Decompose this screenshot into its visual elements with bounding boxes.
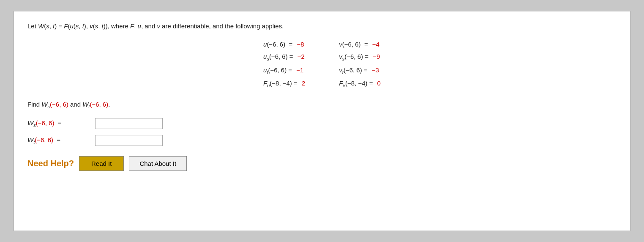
outer-container: Let W(s, t) = F(u(s, t), v(s, t)), where… <box>0 0 644 242</box>
intro-text: Let W(s, t) = F(u(s, t), v(s, t)), where… <box>27 22 617 31</box>
value-label: Fv(−8, −4) = <box>339 78 373 90</box>
value-label: vt(−6, 6) = <box>339 65 367 77</box>
value-row: ut(−6, 6) = −1 <box>263 65 305 77</box>
ws-input-row: Ws(−6, 6) = <box>27 118 617 129</box>
need-help-section: Need Help? Read It Chat About It <box>27 156 617 171</box>
value-number: −1 <box>295 65 303 76</box>
value-number: −8 <box>295 39 304 50</box>
value-label: ut(−6, 6) = <box>263 65 292 77</box>
values-section: u(−6, 6) = −8 us(−6, 6) = −2 ut(−6, 6) =… <box>27 39 617 90</box>
value-number: 2 <box>300 78 306 89</box>
value-row: Fu(−8, −4) = 2 <box>263 78 305 90</box>
value-row: u(−6, 6) = −8 <box>263 39 305 50</box>
value-number: −9 <box>371 51 380 62</box>
value-label: u(−6, 6) = <box>263 39 292 50</box>
chat-about-button[interactable]: Chat About It <box>129 156 187 171</box>
value-row: v(−6, 6) = −4 <box>339 39 381 50</box>
wt-label: Wt(−6, 6) = <box>27 136 95 145</box>
value-row: us(−6, 6) = −2 <box>263 51 305 63</box>
values-col-right: v(−6, 6) = −4 vs(−6, 6) = −9 vt(−6, 6) =… <box>339 39 381 90</box>
need-help-label: Need Help? <box>27 159 74 168</box>
value-label: Fu(−8, −4) = <box>263 78 297 90</box>
value-number: 0 <box>375 78 381 89</box>
value-label: v(−6, 6) = <box>339 39 368 50</box>
wt-input[interactable] <box>95 135 163 146</box>
ws-input[interactable] <box>95 118 163 129</box>
value-label: vs(−6, 6) = <box>339 51 368 63</box>
values-col-left: u(−6, 6) = −8 us(−6, 6) = −2 ut(−6, 6) =… <box>263 39 305 90</box>
problem-box: Let W(s, t) = F(u(s, t), v(s, t)), where… <box>14 11 630 231</box>
value-label: us(−6, 6) = <box>263 51 293 63</box>
value-number: −3 <box>370 65 379 76</box>
ws-label: Ws(−6, 6) = <box>27 119 95 128</box>
value-row: vt(−6, 6) = −3 <box>339 65 381 77</box>
value-row: Fv(−8, −4) = 0 <box>339 78 381 90</box>
read-it-button[interactable]: Read It <box>79 156 124 171</box>
value-number: −4 <box>371 39 379 50</box>
find-text: Find Ws(−6, 6) and Wt(−6, 6). <box>27 100 617 110</box>
value-row: vs(−6, 6) = −9 <box>339 51 381 63</box>
value-number: −2 <box>296 51 305 62</box>
wt-input-row: Wt(−6, 6) = <box>27 135 617 146</box>
